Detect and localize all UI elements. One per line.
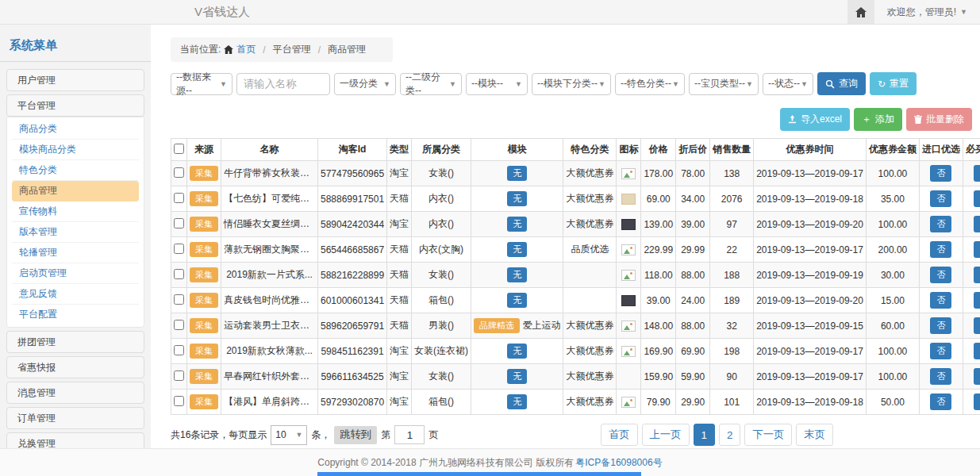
sidebar-item-version-management[interactable]: 版本管理 [12,222,139,243]
row-checkbox[interactable] [174,269,184,279]
must-buy-toggle-button[interactable]: 否 [974,393,980,410]
must-buy-toggle-button[interactable]: 否 [974,267,980,283]
filter-select-module-subcategory[interactable]: --模块下分类--▼ [532,73,611,95]
coupon-amount: 60.00 [866,313,919,339]
product-thumbnail-icon [621,168,636,179]
breadcrumb-level2: 商品管理 [328,43,366,56]
must-buy-toggle-button[interactable]: 否 [974,216,980,232]
sidebar-group-order-management[interactable]: 订单管理 [6,407,144,429]
filter-select-module[interactable]: --模块--▼ [466,73,528,95]
last-page-button[interactable]: 末页 [796,424,833,446]
imported-toggle-button[interactable]: 否 [930,165,951,182]
row-checkbox[interactable] [174,370,184,381]
page-2-button[interactable]: 2 [719,424,740,446]
feature-category: 品质优选 [563,237,617,263]
sidebar-item-splash-management[interactable]: 启动页管理 [12,263,139,284]
name-search-input[interactable] [236,73,330,95]
sidebar-item-goods-category[interactable]: 商品分类 [12,119,139,140]
imported-toggle-button[interactable]: 否 [930,292,951,309]
page-1-button[interactable]: 1 [694,424,715,446]
must-buy-toggle-button[interactable]: 否 [974,165,980,182]
next-page-button[interactable]: 下一页 [744,424,792,446]
product-type: 淘宝 [387,339,412,364]
row-checkbox[interactable] [174,396,184,406]
search-button[interactable]: 查询 [817,72,866,95]
discount-price: 59.90 [676,364,710,390]
imported-toggle-button[interactable]: 否 [930,216,951,232]
imported-toggle-button[interactable]: 否 [930,368,951,385]
filter-select-feature-category[interactable]: --特色分类--▼ [615,73,685,95]
icp-link[interactable]: 粤ICP备16098006号 [575,456,662,470]
product-type: 淘宝 [387,364,412,390]
filter-select-item-type[interactable]: --宝贝类型--▼ [689,73,759,95]
row-checkbox[interactable] [174,218,184,228]
coupon-time: 2019-09-13—2019-09-20 [754,288,867,313]
table-header-row: 来源 名称 淘客Id 类型 所属分类 模块 特色分类 图标 价格 折后价 销售数… [171,139,980,161]
product-type: 淘宝 [387,212,412,237]
sidebar-item-promo-material[interactable]: 宣传物料 [12,202,139,222]
must-buy-toggle-button[interactable]: 否 [974,241,980,258]
sidebar-item-feature-category[interactable]: 特色分类 [12,160,139,181]
must-buy-toggle-button[interactable]: 否 [974,190,980,207]
sidebar-item-goods-management[interactable]: 商品管理 [12,181,139,202]
module-badge: 无 [507,293,527,308]
filter-select-status[interactable]: --状态--▼ [763,73,813,95]
filter-select-data-source[interactable]: --数据来源--▼ [171,73,233,95]
row-checkbox[interactable] [174,320,184,330]
sidebar-group-platform-management[interactable]: 平台管理 [6,94,144,117]
row-checkbox[interactable] [174,345,184,355]
chevron-down-icon: ▼ [746,80,753,88]
jump-button[interactable]: 跳转到 [334,426,377,444]
reset-button[interactable]: ↻ 重置 [870,72,917,95]
module-badge: 无 [507,267,527,282]
batch-delete-button[interactable]: 批量删除 [906,108,972,131]
discount-price: 29.99 [676,237,710,263]
must-buy-toggle-button[interactable]: 否 [974,343,980,359]
sidebar-item-platform-config[interactable]: 平台配置 [12,305,139,325]
price: 148.00 [641,313,676,339]
must-buy-toggle-button[interactable]: 否 [974,292,980,309]
coupon-time: 2019-09-13—2019-09-17 [754,161,867,186]
prev-page-button[interactable]: 上一页 [642,424,690,446]
sales-count: 198 [710,339,754,364]
product-name: 运动套装男士卫衣初秋... [221,313,318,339]
row-checkbox[interactable] [174,193,184,203]
col-header-name: 名称 [221,139,318,161]
sidebar-group-user-management[interactable]: 用户管理 [6,69,144,91]
imported-toggle-button[interactable]: 否 [930,267,951,283]
welcome-text: 欢迎您，管理员! [887,6,956,19]
sidebar-item-feedback[interactable]: 意见反馈 [12,284,139,305]
row-checkbox[interactable] [174,244,184,254]
bottom-scrollbar[interactable] [317,472,641,476]
sidebar-item-carousel-management[interactable]: 轮播管理 [12,243,139,263]
imported-toggle-button[interactable]: 否 [930,190,951,207]
row-checkbox[interactable] [174,167,184,178]
user-menu[interactable]: 欢迎您，管理员! ▼ [874,6,980,19]
import-excel-button[interactable]: 导入excel [780,108,850,131]
must-buy-toggle-button[interactable]: 否 [974,368,980,385]
sidebar-group-savings-news[interactable]: 省惠快报 [6,356,144,378]
home-button[interactable] [847,0,874,24]
select-all-checkbox[interactable] [174,144,184,154]
row-checkbox[interactable] [174,294,184,305]
imported-toggle-button[interactable]: 否 [930,343,951,359]
filter-select-level2-category[interactable]: --二级分类--▼ [400,73,462,95]
imported-toggle-button[interactable]: 否 [930,393,951,410]
first-page-button[interactable]: 首页 [601,424,638,446]
table-toolbar: 导入excel ＋ 添加 批量删除 [171,108,972,131]
chevron-down-icon: ▼ [220,80,227,88]
sidebar-group-message-management[interactable]: 消息管理 [6,382,144,404]
page-number-input[interactable] [394,425,425,444]
filter-select-level1-category[interactable]: 一级分类▼ [334,73,396,95]
imported-toggle-button[interactable]: 否 [930,241,951,258]
add-button[interactable]: ＋ 添加 [854,108,902,131]
imported-toggle-button[interactable]: 否 [930,317,951,334]
must-buy-toggle-button[interactable]: 否 [974,317,980,334]
price: 159.90 [641,364,676,390]
sidebar-group-groupbuy-management[interactable]: 拼团管理 [6,331,144,353]
per-page-select[interactable]: 10▼ [271,425,307,445]
taoke-id: 589042420344 [318,212,387,237]
breadcrumb-home-link[interactable]: 首页 [236,43,256,56]
sidebar-item-module-goods-category[interactable]: 模块商品分类 [12,140,139,160]
product-name: 真皮钱包时尚优雅女士... [221,288,318,313]
